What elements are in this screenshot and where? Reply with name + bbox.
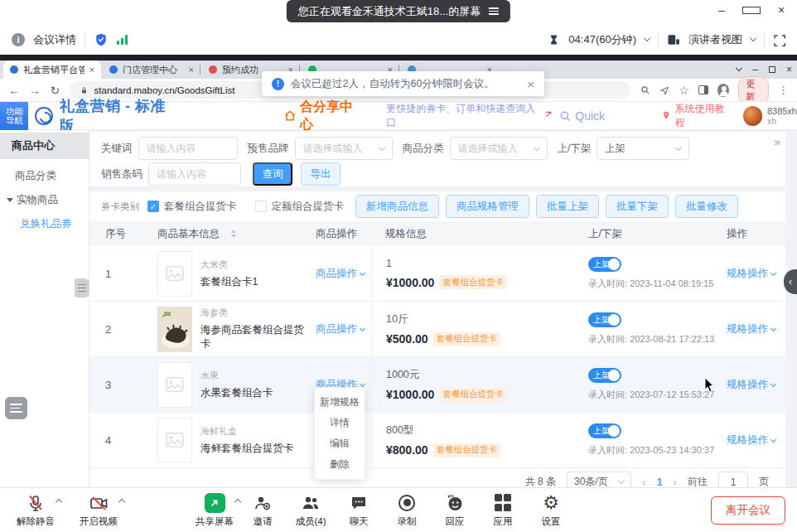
- zoom-icon[interactable]: [640, 85, 650, 96]
- category-label: 商品分类: [403, 142, 444, 156]
- members-button[interactable]: 成员(4): [287, 493, 335, 528]
- spec-op-dropdown[interactable]: 规格操作: [727, 267, 775, 281]
- browser-minimize-icon[interactable]: –: [752, 64, 758, 75]
- shelf-toggle[interactable]: 上架: [588, 423, 621, 438]
- feature-nav-button[interactable]: 功能导航: [0, 102, 28, 130]
- view-mode-selector[interactable]: 演讲者视图: [688, 32, 742, 47]
- close-icon[interactable]: ×: [772, 3, 790, 17]
- browser-menu-icon[interactable]: ⋮: [778, 84, 789, 96]
- meeting-timer[interactable]: 04:47(60分钟): [568, 32, 636, 47]
- reload-icon[interactable]: ↻: [49, 84, 61, 97]
- checkbox-checked-icon[interactable]: ✓: [147, 201, 159, 212]
- site-page: 功能导航 礼盒营销 - 标准版 合分享中心 更快捷的券卡、订单和快递查询入口 Q…: [0, 102, 797, 487]
- timer-chevron-icon[interactable]: [644, 35, 650, 41]
- search-button[interactable]: 查询: [253, 162, 292, 186]
- chevron-down-icon: [770, 325, 776, 331]
- browser-restore-icon[interactable]: [769, 64, 775, 75]
- chevron-down-icon: [675, 143, 682, 150]
- keyword-input[interactable]: [147, 143, 229, 154]
- security-shield-icon[interactable]: [94, 32, 109, 47]
- sort-icon[interactable]: [231, 230, 236, 238]
- chat-button[interactable]: 聊天: [335, 493, 383, 528]
- forward-icon[interactable]: →: [29, 84, 41, 97]
- collapse-filters-icon[interactable]: »: [774, 135, 779, 148]
- menu-item-edit[interactable]: 编辑: [315, 433, 365, 454]
- share-center-link[interactable]: 合分享中心: [283, 99, 363, 133]
- quick-entry-tip: 更快捷的券卡、订单和快递查询入口: [386, 102, 538, 130]
- tab-gift-admin[interactable]: 礼盒营销平台管理中心 ×: [3, 60, 101, 79]
- checkbox-combo-card[interactable]: ✓ 套餐组合提货卡: [147, 200, 237, 214]
- toast-close-icon[interactable]: ×: [527, 77, 534, 91]
- quick-link[interactable]: Quick: [544, 109, 605, 123]
- sidebar-item-gift-voucher[interactable]: 兑换礼品券: [0, 212, 89, 236]
- shelf-toggle[interactable]: 上架: [588, 257, 621, 272]
- checkbox-fixed-card[interactable]: 定额组合提货卡: [255, 200, 345, 214]
- shelf-select[interactable]: 上架: [597, 137, 689, 160]
- mic-options-chevron[interactable]: [56, 498, 62, 505]
- barcode-input[interactable]: [157, 168, 233, 180]
- shelf-toggle[interactable]: 上架: [588, 368, 621, 383]
- tab-search-icon[interactable]: [736, 65, 742, 71]
- leave-meeting-button[interactable]: 离开会议: [711, 496, 785, 525]
- sidebar-collapse-handle[interactable]: [75, 278, 89, 297]
- unmute-button[interactable]: 解除静音: [12, 493, 60, 528]
- share-screen-button[interactable]: 共享屏幕: [191, 493, 239, 528]
- share-icon[interactable]: [659, 85, 669, 96]
- bookmark-star-icon[interactable]: ☆: [679, 84, 690, 97]
- network-signal-icon[interactable]: [117, 35, 128, 45]
- category-select[interactable]: 请选择或输入: [450, 137, 548, 160]
- brand-select[interactable]: 请选择或输入: [295, 137, 393, 160]
- export-button[interactable]: 导出: [301, 162, 341, 186]
- chrome-update-button[interactable]: 更新: [738, 76, 769, 104]
- sidebar-item-categories[interactable]: 商品分类: [0, 164, 89, 188]
- product-op-dropdown[interactable]: 商品操作: [316, 322, 365, 336]
- th-spec: 规格信息: [371, 221, 566, 246]
- menu-item-detail[interactable]: 详情: [315, 413, 365, 433]
- tab-store-admin[interactable]: 门店管理中心 ×: [103, 60, 200, 79]
- info-icon[interactable]: i: [12, 33, 25, 46]
- current-page[interactable]: 1: [657, 476, 663, 488]
- meeting-toast: ! 会议已超过2人，自动转为60分钟限时会议。 ×: [262, 71, 544, 96]
- mouse-cursor: [704, 377, 715, 393]
- browser-close-icon[interactable]: ×: [786, 64, 792, 75]
- video-options-chevron[interactable]: [118, 498, 125, 505]
- tab-close-icon[interactable]: ×: [189, 65, 194, 75]
- record-button[interactable]: 录制: [383, 493, 431, 528]
- view-chevron-icon[interactable]: [750, 35, 756, 41]
- product-thumbnail-placeholder: [157, 362, 192, 408]
- spec-op-dropdown[interactable]: 规格操作: [727, 322, 775, 336]
- table-row: 3 水果水果套餐组合卡 商品操作 1000元 ¥1000.00套餐组合提货卡 上…: [89, 357, 785, 413]
- menu-item-add-spec[interactable]: 新增规格: [315, 392, 365, 413]
- invite-button[interactable]: 邀请: [239, 493, 287, 528]
- maximize-icon[interactable]: [742, 3, 761, 17]
- bulk-edit-button[interactable]: 批量修改: [675, 195, 738, 218]
- reactions-button[interactable]: 回应: [431, 493, 479, 528]
- meeting-detail-link[interactable]: 会议详情: [33, 32, 76, 47]
- profile-avatar[interactable]: [717, 84, 729, 97]
- sidebar-item-physical-goods[interactable]: 实物商品: [0, 188, 89, 212]
- spec-op-dropdown[interactable]: 规格操作: [727, 433, 775, 447]
- fullscreen-icon[interactable]: [773, 34, 785, 46]
- bulk-offshelf-button[interactable]: 批量下架: [606, 195, 669, 218]
- settings-button[interactable]: ⚙ 设置: [527, 493, 575, 528]
- tab-close-icon[interactable]: ×: [89, 65, 94, 75]
- spec-op-dropdown[interactable]: 规格操作: [727, 378, 775, 392]
- chevron-down-icon: [770, 380, 776, 386]
- product-op-dropdown[interactable]: 商品操作: [316, 267, 365, 281]
- minimize-icon[interactable]: –: [712, 3, 731, 17]
- start-video-button[interactable]: 开启视频: [75, 493, 123, 528]
- bulk-onshelf-button[interactable]: 批量上架: [536, 195, 599, 218]
- checkbox-unchecked-icon[interactable]: [255, 201, 267, 212]
- add-product-button[interactable]: 新增商品信息: [355, 195, 439, 218]
- apps-button[interactable]: 应用: [479, 493, 527, 528]
- back-icon[interactable]: ←: [8, 84, 21, 97]
- tutorial-link[interactable]: 系统使用教程: [661, 102, 732, 130]
- shelf-toggle[interactable]: 上架: [588, 312, 621, 327]
- side-panel-icon[interactable]: [698, 85, 708, 94]
- floating-list-button[interactable]: [5, 397, 27, 419]
- banner-menu-icon[interactable]: [489, 7, 499, 15]
- spec-manage-button[interactable]: 商品规格管理: [446, 195, 529, 218]
- user-avatar[interactable]: [743, 106, 762, 126]
- menu-item-delete[interactable]: 删除: [315, 454, 365, 475]
- shared-browser-window: 礼盒营销平台管理中心 × 门店管理中心 × 预约成功 × ×: [0, 55, 797, 487]
